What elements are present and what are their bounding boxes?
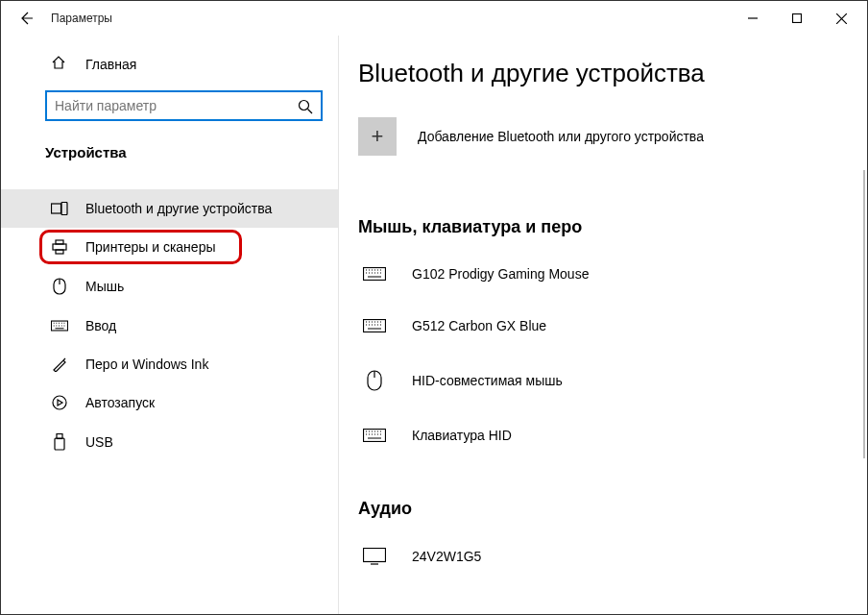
sidebar-item-label: Автозапуск (85, 395, 155, 410)
add-device-button[interactable]: + Добавление Bluetooth или другого устро… (358, 117, 848, 156)
svg-rect-0 (793, 14, 802, 23)
content-pane: Bluetooth и другие устройства + Добавлен… (339, 36, 867, 615)
minimize-button[interactable] (731, 3, 775, 34)
page-title: Bluetooth и другие устройства (358, 59, 848, 88)
sidebar-item-bluetooth[interactable]: Bluetooth и другие устройства (1, 189, 338, 228)
svg-rect-6 (56, 250, 63, 254)
autoplay-icon (51, 395, 68, 410)
svg-rect-11 (55, 438, 64, 450)
svg-rect-5 (53, 244, 66, 250)
sidebar-item-usb[interactable]: USB (1, 422, 338, 462)
search-icon (298, 99, 313, 117)
device-item[interactable]: G512 Carbon GX Blue (358, 308, 848, 360)
section-title-audio: Аудио (358, 499, 848, 519)
sidebar-home[interactable]: Главная (1, 47, 338, 81)
sidebar-section-label: Устройства (1, 131, 338, 170)
search-input[interactable] (55, 98, 292, 113)
section-title-input: Мышь, клавиатура и перо (358, 217, 848, 237)
mouse-icon (51, 278, 68, 295)
sidebar-home-label: Главная (85, 57, 136, 72)
svg-rect-16 (364, 549, 386, 562)
sidebar-item-label: Принтеры и сканеры (85, 239, 215, 255)
plus-icon: + (358, 117, 397, 156)
devices-icon (51, 202, 68, 215)
keyboard-icon (51, 320, 68, 332)
window-title: Параметры (51, 12, 112, 25)
device-item[interactable]: 24V2W1G5 (358, 538, 848, 565)
monitor-icon (362, 548, 387, 565)
back-button[interactable] (14, 7, 37, 30)
device-name: 24V2W1G5 (412, 549, 481, 564)
sidebar-item-mouse[interactable]: Мышь (1, 266, 338, 307)
search-input-wrap[interactable] (45, 90, 323, 121)
device-item[interactable]: HID-совместимая мышь (358, 360, 848, 418)
sidebar-item-label: Мышь (85, 279, 124, 294)
sidebar-item-label: Ввод (85, 318, 116, 333)
svg-rect-2 (52, 204, 61, 213)
sidebar-item-autoplay[interactable]: Автозапуск (1, 383, 338, 422)
sidebar-item-pen[interactable]: Перо и Windows Ink (1, 345, 338, 383)
device-name: HID-совместимая мышь (412, 373, 563, 388)
keyboard-icon (362, 319, 387, 332)
maximize-button[interactable] (775, 3, 819, 34)
mouse-icon (362, 370, 387, 391)
printer-icon (51, 239, 68, 255)
device-item[interactable]: G102 Prodigy Gaming Mouse (358, 257, 848, 308)
keyboard-icon (362, 429, 387, 442)
device-name: G102 Prodigy Gaming Mouse (412, 266, 589, 282)
sidebar-item-label: USB (85, 434, 113, 450)
sidebar-item-label: Bluetooth и другие устройства (85, 201, 272, 216)
svg-point-1 (300, 101, 309, 111)
svg-rect-4 (56, 240, 63, 244)
device-name: G512 Carbon GX Blue (412, 318, 546, 333)
device-item[interactable]: Клавиатура HID (358, 418, 848, 470)
scrollbar[interactable] (863, 170, 865, 458)
svg-point-9 (53, 396, 66, 409)
add-device-label: Добавление Bluetooth или другого устройс… (418, 129, 704, 144)
usb-icon (51, 433, 68, 451)
keyboard-icon (362, 267, 387, 281)
sidebar: Главная Устройства Bluetooth и другие ус… (1, 36, 339, 615)
close-button[interactable] (819, 3, 863, 34)
device-name: Клавиатура HID (412, 428, 512, 443)
sidebar-item-typing[interactable]: Ввод (1, 307, 338, 345)
sidebar-item-printers[interactable]: Принтеры и сканеры (1, 228, 338, 266)
pen-icon (51, 357, 68, 372)
titlebar: Параметры (1, 1, 867, 36)
home-icon (51, 55, 66, 73)
sidebar-item-label: Перо и Windows Ink (85, 357, 208, 372)
svg-rect-3 (61, 203, 67, 215)
